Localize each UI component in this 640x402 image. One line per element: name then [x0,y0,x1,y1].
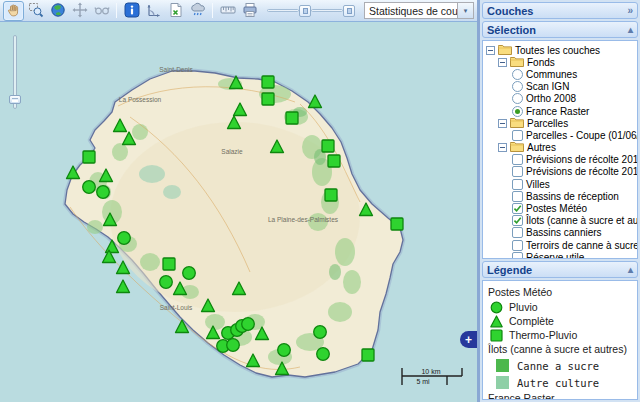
zoom-out-button[interactable] [299,5,311,17]
map-marker-thermo-pluvio[interactable] [83,151,95,163]
tree-item-bassins-de-r-ception[interactable]: Bassins de réception [486,190,636,202]
tree-item-bassins-canniers[interactable]: Bassins canniers [486,227,636,239]
radio-unchecked[interactable] [512,69,523,80]
globe-icon [50,2,66,20]
export-button[interactable] [165,1,186,21]
tree-item-r-serve-utile[interactable]: Réserve utile [486,251,636,259]
collapse-selection-icon[interactable]: ▴ [628,24,633,35]
checkbox-unchecked[interactable] [512,252,523,259]
checkbox-checked[interactable] [512,215,523,226]
tree-item-villes[interactable]: Villes [486,178,636,190]
couches-title: Couches [487,5,533,17]
map-marker-thermo-pluvio[interactable] [391,218,403,230]
map-marker-pluvio[interactable] [83,181,96,194]
tree-collapse-icon[interactable] [486,46,495,55]
map-label-la-plaine-des-palmistes: La Plaine-des-Palmistes [268,216,339,223]
collapse-legende-icon[interactable]: ▴ [628,264,633,275]
panel-collapse-button[interactable]: + [460,331,477,348]
map-marker-thermo-pluvio[interactable] [362,349,374,361]
map-marker-pluvio[interactable] [314,326,327,339]
zoom-box-button[interactable] [25,1,46,21]
tree-item-toutes-les-couches[interactable]: Toutes les couches [486,44,636,56]
tree-collapse-icon[interactable] [498,58,507,67]
weather-button[interactable] [187,1,208,21]
checkbox-checked[interactable] [512,203,523,214]
map-viewport[interactable]: Saint-DenisLa PossessionSalazieLa Plaine… [0,22,477,402]
measure-angle-button[interactable] [143,1,164,21]
map-marker-thermo-pluvio[interactable] [286,112,298,124]
tree-collapse-icon[interactable] [498,119,507,128]
map-zoom-slider[interactable] [9,35,21,109]
zoom-in-icon [347,8,352,14]
tree-collapse-icon[interactable] [498,143,507,152]
print-button[interactable] [239,1,260,21]
checkbox-unchecked[interactable] [512,166,523,177]
map-marker-pluvio[interactable] [183,267,196,280]
map-marker-pluvio[interactable] [227,339,240,352]
map-marker-pluvio[interactable] [97,186,110,199]
measure-distance-button[interactable] [217,1,238,21]
tree-item-ortho-2008[interactable]: Ortho 2008 [486,93,636,105]
tree-item-fonds[interactable]: Fonds [486,56,636,68]
checkbox-unchecked[interactable] [512,191,523,202]
legende-header[interactable]: Légende ▴ [482,261,638,278]
tree-item-label: Parcelles - Coupe (01/06/2011) [526,130,638,141]
chevron-down-icon[interactable]: ▾ [457,3,473,18]
map-marker-thermo-pluvio[interactable] [328,155,340,167]
tree-item-pr-visions-de-r-colte-2010-t-ha[interactable]: Prévisions de récolte 2010 (t/ha) [486,166,636,178]
layers-panel: Couches » Sélection ▴ Toutes les couches… [477,0,640,402]
map-marker-pluvio[interactable] [160,276,173,289]
tree-item-communes[interactable]: Communes [486,68,636,80]
tree-item-parcelles-coupe-01-06-2011[interactable]: Parcelles - Coupe (01/06/2011) [486,129,636,141]
tree-item-label: Toutes les couches [515,45,600,56]
expand-panel-icon[interactable]: » [627,5,633,16]
folder-icon [510,117,524,130]
info-button[interactable] [121,1,142,21]
tree-item-label: Postes Météo [526,203,587,214]
map-marker-thermo-pluvio[interactable] [163,258,175,270]
globe-button[interactable] [47,1,68,21]
checkbox-unchecked[interactable] [512,179,523,190]
measure-distance-icon [220,2,236,20]
map-marker-thermo-pluvio[interactable] [322,140,334,152]
checkbox-unchecked[interactable] [512,154,523,165]
checkbox-unchecked[interactable] [512,130,523,141]
toolbar-zoom-slider[interactable] [267,5,355,17]
tree-item-parcelles[interactable]: Parcelles [486,117,636,129]
tree-item-label: France Raster [526,106,589,117]
map-marker-pluvio[interactable] [317,348,330,361]
move-button[interactable] [69,1,90,21]
map-marker-thermo-pluvio[interactable] [262,93,274,105]
radio-unchecked[interactable] [512,81,523,92]
couches-header[interactable]: Couches » [482,2,638,19]
tree-item-label: Prévisions de récolte 2010 (t/ha) [526,166,638,177]
map-marker-thermo-pluvio[interactable] [262,76,274,88]
checkbox-unchecked[interactable] [512,240,523,251]
map-marker-thermo-pluvio[interactable] [325,189,337,201]
tree-item-scan-ign[interactable]: Scan IGN [486,81,636,93]
pan-button[interactable] [3,1,24,21]
tree-item-autres[interactable]: Autres [486,142,636,154]
zoom-slider-handle[interactable] [9,95,21,104]
tree-item-terroirs-de-canne-sucre[interactable]: Terroirs de canne à sucre [486,239,636,251]
tree-item-pr-visions-de-r-colte-2011-t-ha[interactable]: Prévisions de récolte 2011 (t/ha) [486,154,636,166]
map-marker-pluvio[interactable] [278,344,291,357]
zoom-in-button[interactable] [343,5,355,17]
legend-item-label: Autre culture [517,377,599,389]
tree-item-postes-m-t-o[interactable]: Postes Météo [486,202,636,214]
tree-item-label: Prévisions de récolte 2011 (t/ha) [526,154,638,165]
selection-header[interactable]: Sélection ▴ [482,21,638,38]
previous-view-button[interactable] [91,1,112,21]
tree-item-label: Terroirs de canne à sucre [526,240,638,251]
radio-checked[interactable] [512,106,523,117]
legend-raster-title: France Raster [488,392,632,400]
tree-item-lots-canne-sucre-et-autres[interactable]: Îlots (canne à sucre et autres) [486,215,636,227]
checkbox-unchecked[interactable] [512,227,523,238]
map-marker-pluvio[interactable] [242,318,255,331]
radio-unchecked[interactable] [512,93,523,104]
map-marker-pluvio[interactable] [118,232,131,245]
tree-item-france-raster[interactable]: France Raster [486,105,636,117]
map-label-saint-denis: Saint-Denis [159,66,193,73]
tree-item-label: Fonds [527,57,555,68]
statistics-combobox[interactable]: Statistiques de coupes ▾ [364,2,474,19]
